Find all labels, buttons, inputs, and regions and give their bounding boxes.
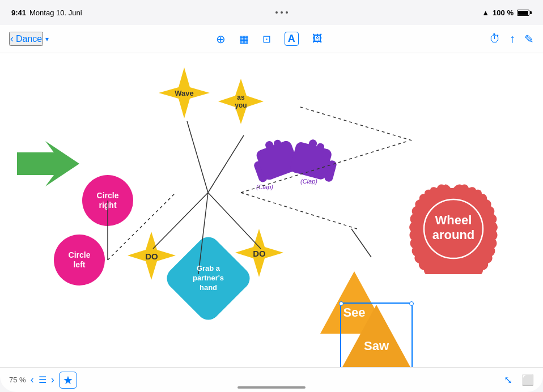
dot2 [281, 11, 283, 14]
handle-tr[interactable] [409, 301, 414, 306]
share-icon[interactable]: ↑ [510, 32, 515, 45]
status-bar: 9:41 Montag 10. Juni ▲ 100 % [0, 0, 543, 25]
svg-text:around: around [432, 228, 475, 242]
toolbar-left: ‹ Dance ▾ [9, 32, 49, 46]
edit-icon[interactable]: ✎ [524, 32, 534, 46]
wifi-icon: ▲ [482, 8, 489, 17]
svg-text:(Clap): (Clap) [300, 178, 317, 185]
arrange-icon[interactable]: ⤡ [504, 374, 512, 386]
saw-triangle[interactable]: Saw [340, 302, 413, 367]
status-bar-right: ▲ 100 % [482, 8, 532, 17]
media-tool-icon[interactable]: ⊡ [262, 33, 271, 45]
star-button[interactable]: ★ [59, 372, 77, 389]
circle-right-shape[interactable]: Circle right [82, 175, 133, 226]
battery-icon [517, 10, 532, 16]
svg-marker-11 [17, 141, 79, 186]
as-you-star[interactable]: as you [218, 79, 264, 124]
center-shape[interactable]: Grab a partner's hand [176, 246, 241, 311]
wheel-around-shape[interactable]: Wheel around [408, 184, 499, 274]
dot3 [286, 11, 288, 14]
svg-line-0 [187, 121, 208, 193]
toolbar: ‹ Dance ▾ ⊕ ▦ ⊡ A 🖼 ⏱ ↑ ✎ [0, 25, 543, 53]
handle-tl[interactable] [339, 301, 343, 306]
toolbar-center: ⊕ ▦ ⊡ A 🖼 [49, 32, 489, 46]
time: 9:41 [11, 8, 26, 17]
green-arrow [17, 141, 79, 186]
bottom-bar: 75 % ‹ ☰ › ★ ⤡ ⬜ [0, 367, 543, 392]
dot1 [275, 11, 278, 14]
center-label: Grab a partner's hand [193, 264, 224, 293]
svg-text:Wheel: Wheel [435, 213, 472, 227]
wave-star[interactable]: Wave [159, 67, 210, 118]
svg-marker-37 [342, 305, 410, 367]
as-you-label: as you [235, 93, 247, 109]
svg-line-9 [241, 193, 357, 229]
image-tool-icon[interactable]: 🖼 [312, 33, 323, 45]
next-button[interactable]: › [51, 374, 54, 386]
date: Montag 10. Juni [29, 8, 82, 17]
circle-left-shape[interactable]: Circle left [54, 235, 105, 286]
svg-text:Saw: Saw [364, 339, 389, 353]
svg-text:(Clap): (Clap) [256, 184, 273, 190]
wave-label: Wave [175, 89, 193, 97]
table-tool-icon[interactable]: ▦ [239, 33, 249, 45]
text-tool-icon[interactable]: A [285, 32, 299, 46]
clock-icon[interactable]: ⏱ [489, 32, 500, 45]
status-bar-center [275, 11, 288, 14]
toolbar-right: ⏱ ↑ ✎ [489, 32, 534, 46]
back-chevron-icon: ‹ [10, 33, 14, 45]
svg-line-10 [351, 229, 371, 257]
back-button[interactable]: ‹ Dance [9, 32, 43, 46]
shapes-tool-icon[interactable]: ⊕ [216, 32, 226, 46]
bottom-left: 75 % ‹ ☰ › ★ [9, 372, 77, 389]
status-bar-left: 9:41 Montag 10. Juni [11, 8, 82, 17]
home-indicator [237, 386, 306, 389]
circle-right-label: Circle right [97, 191, 119, 210]
battery-label: 100 % [493, 8, 514, 17]
circle-left-label: Circle left [69, 250, 91, 270]
bottom-right: ⤡ ⬜ [504, 374, 534, 386]
view-icon[interactable]: ⬜ [521, 374, 534, 386]
back-label: Dance [16, 34, 42, 44]
do-right-label: DO [253, 248, 266, 258]
canvas: (Clap) (Clap) Circle right Circle left W… [0, 53, 543, 367]
zoom-level: 75 % [9, 376, 26, 384]
svg-rect-23 [289, 141, 333, 181]
list-button[interactable]: ☰ [39, 374, 46, 385]
do-left-label: DO [145, 251, 158, 261]
prev-button[interactable]: ‹ [31, 374, 34, 386]
